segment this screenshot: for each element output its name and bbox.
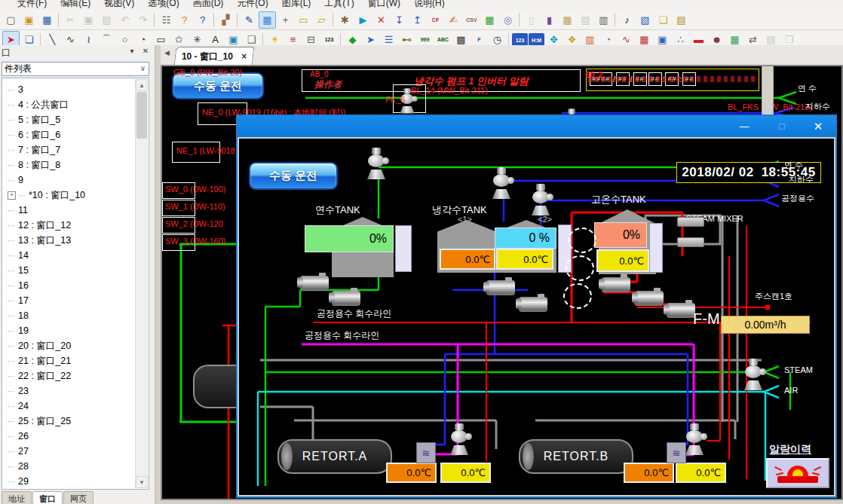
pump-cool-1[interactable] <box>486 280 515 295</box>
undo-icon[interactable]: ↶ <box>116 11 133 29</box>
open-icon[interactable]: ▣ <box>20 11 38 29</box>
sidebar-tab-地址[interactable]: 地址 <box>2 491 32 504</box>
menu-item[interactable]: 元件(O) <box>230 0 274 10</box>
compile-icon[interactable]: ✱ <box>336 11 354 29</box>
window-copy-icon[interactable]: ▭ <box>295 11 312 29</box>
sidebar-tab-窗口[interactable]: 窗口 <box>32 491 63 504</box>
scroll-up-icon[interactable]: ▲ <box>136 79 148 91</box>
cf-card-icon[interactable]: CF <box>427 11 444 29</box>
pump-soft-1[interactable] <box>300 276 329 291</box>
sidebar-item-29[interactable]: ⋯29 <box>2 474 149 489</box>
sidebar-item-14[interactable]: ⋯14 <box>2 248 149 263</box>
sidebar-item-6[interactable]: ⋯6 : 窗口_6 <box>2 127 149 142</box>
sidebar-item-17[interactable]: ⋯17 <box>2 293 149 308</box>
panel-close-icon[interactable]: ✕ <box>139 47 152 57</box>
upload-icon[interactable]: ↥ <box>409 11 426 29</box>
memo-icon[interactable]: ▤ <box>673 11 690 29</box>
expand-icon[interactable]: + <box>8 191 16 200</box>
monitor-edit-icon[interactable]: ▧ <box>636 11 654 29</box>
download-icon[interactable]: ↧ <box>391 11 408 29</box>
sidebar-item-12[interactable]: ⋯12 : 窗口_12 <box>2 218 149 233</box>
popup-titlebar[interactable]: — □ ✕ <box>238 116 835 137</box>
sidebar-item-11[interactable]: ⋯11 <box>2 203 149 218</box>
tab-window-10[interactable]: 10 - 窗口_10 × <box>174 47 255 66</box>
sidebar-item-19[interactable]: ⋯19 <box>2 323 149 338</box>
canvas-scrollbar[interactable] <box>762 65 774 116</box>
cut-icon[interactable]: ✂ <box>62 11 79 29</box>
simulate-online-icon[interactable]: ▶ <box>354 11 372 29</box>
sidebar-item-23[interactable]: ⋯23 <box>2 383 149 399</box>
maximize-icon[interactable]: □ <box>774 120 790 133</box>
translate-icon[interactable]: ▞ <box>217 11 235 29</box>
exit-icon[interactable]: ▯ <box>523 11 540 29</box>
sound-icon[interactable]: ♪ <box>618 11 636 29</box>
sidebar-item-13[interactable]: ⋯13 : 窗口_13 <box>2 233 149 248</box>
menu-item[interactable]: 窗口(W) <box>361 0 407 10</box>
sidebar-tab-网页[interactable]: 网页 <box>63 491 93 504</box>
cabinet-icon[interactable]: ▥ <box>595 11 612 29</box>
minimize-icon[interactable]: — <box>736 120 753 133</box>
sidebar-item-26[interactable]: ⋯26 <box>2 429 149 444</box>
align-icon[interactable]: + <box>277 11 294 29</box>
menu-item[interactable]: 图库(L) <box>275 0 318 10</box>
valve-retort-b[interactable] <box>685 423 704 455</box>
sidebar-item-28[interactable]: ⋯28 <box>2 459 149 474</box>
tag-icon[interactable]: ❏ <box>654 11 672 29</box>
sidebar-item-27[interactable]: ⋯27 <box>2 444 149 459</box>
sidebar-item-7[interactable]: ⋯7 : 窗口_7 <box>2 142 149 157</box>
help-icon[interactable]: ? <box>176 11 193 29</box>
print-icon[interactable]: ☷ <box>158 11 175 29</box>
redo-icon[interactable]: ↷ <box>134 11 152 29</box>
valve-soft-water[interactable] <box>366 148 386 179</box>
new-icon[interactable]: ▢ <box>2 11 20 29</box>
context-help-icon[interactable]: ? <box>194 11 211 29</box>
tab-scroll-left-icon[interactable]: ◀ <box>164 49 170 57</box>
sidebar-item-9[interactable]: ⋯9 <box>2 173 149 188</box>
csv-icon[interactable]: CSV <box>463 11 480 29</box>
pump-hot-1[interactable] <box>602 277 630 292</box>
paste-icon[interactable]: ▤ <box>98 11 115 29</box>
sidebar-item-8[interactable]: ⋯8 : 窗口_8 <box>2 157 149 173</box>
drawer-icon[interactable]: ▤ <box>577 11 594 29</box>
sidebar-item-15[interactable]: ⋯15 <box>2 263 149 278</box>
alarm-history-button[interactable] <box>766 458 829 488</box>
pump-soft-2[interactable] <box>332 291 360 306</box>
menu-item[interactable]: 编辑(E) <box>54 0 97 10</box>
panel-collapse-icon[interactable]: ▾ <box>126 47 138 57</box>
save-icon[interactable]: ▦ <box>38 11 56 29</box>
pump-hot-3[interactable] <box>667 303 695 318</box>
valve-process-water[interactable] <box>531 184 550 215</box>
window-stack-icon[interactable]: ▱ <box>313 11 330 29</box>
scrollbar-thumb[interactable] <box>136 92 147 139</box>
scroll-down-icon[interactable]: ▼ <box>136 476 148 488</box>
pump-cool-2[interactable] <box>519 297 547 312</box>
sidebar-item-3[interactable]: ⋯3 <box>2 82 149 97</box>
grid-icon[interactable]: ▦ <box>259 11 276 29</box>
search-icon[interactable]: ◎ <box>499 11 517 29</box>
copy-icon[interactable]: ▣ <box>80 11 97 29</box>
sidebar-item-5[interactable]: ⋯5 : 窗口_5 <box>2 112 149 127</box>
macro-icon[interactable]: ✍ <box>445 11 462 29</box>
menu-item[interactable]: 工具(T) <box>317 0 360 10</box>
tab-close-icon[interactable]: × <box>241 51 247 62</box>
menu-item[interactable]: 文件(F) <box>11 0 54 10</box>
valve-ground-water[interactable] <box>492 167 511 199</box>
sidebar-scrollbar[interactable]: ▲ ▼ <box>135 79 148 488</box>
close-icon[interactable]: ✕ <box>810 120 826 133</box>
sidebar-item-10[interactable]: +⋯*10 : 窗口_10 <box>2 188 149 203</box>
menu-item[interactable]: 视图(V) <box>97 0 141 10</box>
component-list-combobox[interactable]: 件列表 ∨ <box>2 62 149 76</box>
simulate-offline-icon[interactable]: ✕ <box>372 11 390 29</box>
sidebar-item-22[interactable]: ⋯22 : 窗口_22 <box>2 368 149 383</box>
sidebar-item-16[interactable]: ⋯16 <box>2 278 149 293</box>
sidebar-item-18[interactable]: ⋯18 <box>2 308 149 323</box>
address-book-icon[interactable]: ▮ <box>541 11 558 29</box>
menu-item[interactable]: 选项(O) <box>141 0 185 10</box>
manual-run-button[interactable]: 수동 운전 <box>249 162 338 190</box>
menu-item[interactable]: 说明(H) <box>407 0 452 10</box>
sidebar-item-4[interactable]: ⋯4 : 公共窗口 <box>2 97 149 112</box>
station-icon[interactable]: ▦ <box>559 11 576 29</box>
sidebar-item-25[interactable]: ⋯25 : 窗口_25 <box>2 414 149 429</box>
menu-item[interactable]: 画面(D) <box>186 0 231 10</box>
sidebar-item-20[interactable]: ⋯20 : 窗口_20 <box>2 338 149 353</box>
